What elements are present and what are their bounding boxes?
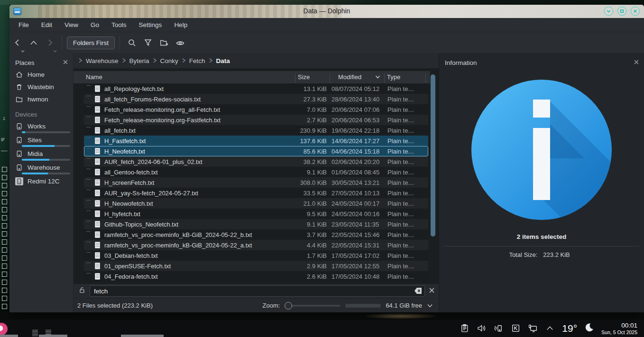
breadcrumb-item-data[interactable]: Data — [216, 57, 230, 64]
free-space-chevron-icon[interactable] — [427, 301, 433, 310]
phone-icon — [15, 177, 23, 185]
volume-icon[interactable] — [477, 323, 487, 333]
menu-item-tools[interactable]: Tools — [105, 18, 133, 32]
expand-tray-icon[interactable] — [545, 323, 555, 333]
text-file-icon — [95, 242, 100, 248]
menu-item-view[interactable]: View — [58, 18, 84, 32]
column-type[interactable]: Type — [387, 73, 400, 81]
menu-item-help[interactable]: Help — [168, 18, 193, 32]
conky-divider — [1, 151, 8, 151]
file-row[interactable]: all_fetch_Forums-Redes-sociais.txt27.3 K… — [84, 94, 428, 104]
file-row[interactable]: Fetch_release-monitoring.org-Fastfetch.t… — [84, 115, 428, 125]
desktop-conky-strip: 1 gr — [0, 5, 9, 312]
breadcrumb-item-byteria[interactable]: Byteria — [129, 57, 149, 64]
breadcrumb-chevron-icon — [182, 56, 186, 65]
file-modified: 17/05/2024 10:48 — [331, 273, 379, 280]
menu-item-edit[interactable]: Edit — [35, 18, 58, 32]
clipboard-icon[interactable] — [460, 323, 469, 333]
device-item-midia[interactable]: Midia — [9, 149, 73, 161]
filter-input[interactable] — [90, 285, 425, 297]
menu-item-settings[interactable]: Settings — [133, 18, 168, 32]
preview-icon[interactable] — [172, 35, 188, 50]
file-row[interactable]: H_Neowofetch.txt21.0 KiB24/05/2024 00:17… — [84, 198, 428, 209]
zoom-slider[interactable] — [285, 302, 340, 310]
information-title: Information — [445, 59, 477, 66]
column-size[interactable]: Size — [298, 73, 310, 81]
place-item-wastebin[interactable]: Wastebin — [9, 81, 73, 93]
breadcrumb-item-conky[interactable]: Conky — [160, 57, 178, 64]
file-row[interactable]: 03_Debian-fetch.txt1.7 KiB17/05/2024 17:… — [84, 250, 428, 261]
file-row[interactable]: H_hyfetch.txt9.5 KiB24/05/2024 00:16Plai… — [84, 209, 428, 219]
search-icon[interactable] — [124, 35, 140, 50]
clock-widget[interactable]: 00:01 Sun, 5 Oct 2025 — [601, 322, 639, 335]
device-usage-fill — [22, 131, 25, 133]
file-type: Plain te… — [387, 127, 422, 134]
file-size: 13.1 KiB — [265, 85, 327, 92]
total-size-label: Total Size: — [439, 251, 537, 258]
close-filter-icon[interactable] — [429, 287, 435, 295]
place-item-home[interactable]: Home — [9, 68, 73, 81]
file-row[interactable]: ramfetch_vs_proc-meminfo_kB-GiB_2024-05-… — [84, 240, 428, 250]
conky-meter-box — [2, 255, 7, 261]
night-color-icon[interactable] — [584, 322, 594, 334]
conky-meter-box — [2, 280, 7, 285]
file-modified: 08/07/2024 05:12 — [331, 85, 379, 92]
file-row[interactable]: AUR_fetch_2024-06-01_plus_02.txt38.2 KiB… — [84, 156, 428, 167]
file-row[interactable]: all_Repology-fetch.txt13.1 KiB08/07/2024… — [84, 83, 428, 94]
kdeconnect-icon[interactable] — [494, 323, 504, 333]
file-row[interactable]: Fetch_release-monitoring.org_all-Fetch.t… — [84, 104, 428, 115]
text-file-icon — [95, 200, 100, 207]
new-folder-icon[interactable] — [156, 35, 172, 50]
file-modified: 24/05/2024 00:16 — [331, 210, 379, 218]
close-button[interactable] — [631, 7, 640, 16]
device-item-sites[interactable]: Sites — [9, 135, 73, 147]
tree-branch — [86, 137, 91, 138]
clear-filter-icon[interactable] — [414, 287, 422, 296]
conky-meter-box — [2, 167, 7, 172]
menu-item-go[interactable]: Go — [84, 18, 105, 32]
file-row[interactable]: Github-Topics_Neofetch.txt9.1 KiB23/05/2… — [84, 219, 428, 229]
display-connect-icon[interactable] — [528, 323, 538, 333]
column-name[interactable]: Name — [86, 73, 102, 81]
back-icon[interactable] — [9, 35, 26, 50]
device-item-works[interactable]: Works — [9, 121, 73, 133]
file-row[interactable]: 04_Fedora-fetch.txt2.6 KiB17/05/2024 10:… — [84, 271, 428, 282]
tree-branch — [86, 179, 91, 180]
scrollbar-thumb[interactable] — [431, 74, 435, 237]
device-item-redmi-12c[interactable]: Redmi 12C — [9, 176, 73, 186]
file-row[interactable]: all_fetch.txt230.9 KiB19/06/2024 22:18Pl… — [84, 125, 428, 136]
information-close-icon[interactable] — [634, 58, 639, 67]
menu-item-file[interactable]: File — [12, 18, 35, 32]
file-modified: 19/06/2024 22:18 — [331, 127, 379, 134]
file-row[interactable]: ramfetch_vs_proc-meminfo_kB-GiB_2024-05-… — [84, 229, 428, 240]
file-row[interactable]: H_screenFetch.txt308.0 KiB30/05/2024 13:… — [84, 177, 428, 188]
file-row[interactable]: 01_openSUSE-Fetch.txt2.9 KiB17/05/2024 1… — [84, 261, 428, 271]
file-size: 9.5 KiB — [265, 210, 327, 218]
temperature-widget[interactable]: 19° — [562, 323, 577, 334]
up-icon[interactable] — [26, 35, 42, 50]
conky-meter-box — [2, 247, 7, 253]
breadcrumb: WarehouseByteriaConkyFetchData — [74, 53, 439, 68]
file-row[interactable]: H_Fastfetch.txt137.6 KiB14/06/2024 17:27… — [84, 136, 428, 146]
filter-icon[interactable] — [140, 35, 156, 50]
zoom-slider-handle[interactable] — [285, 302, 292, 310]
forward-icon[interactable] — [42, 35, 58, 50]
breadcrumb-item-warehouse[interactable]: Warehouse — [86, 57, 119, 64]
text-file-icon — [95, 179, 100, 186]
file-row[interactable]: AUR_yay-Ss-fetch_2024-05-27.txt33.5 KiB2… — [84, 188, 428, 198]
k-app-icon[interactable] — [511, 323, 521, 333]
maximize-button[interactable] — [617, 7, 626, 16]
file-row[interactable]: all_Gentoo-fetch.txt9.1 KiB01/06/2024 08… — [84, 167, 428, 177]
titlebar[interactable]: Data — Dolphin — [9, 5, 644, 18]
place-label: Wastebin — [28, 83, 54, 91]
minimize-button[interactable] — [604, 7, 613, 16]
conky-meter-box — [2, 191, 7, 196]
file-row[interactable]: H_Neofetch,txt85.6 KiB04/06/2024 15:18Pl… — [84, 146, 428, 156]
sort-mode-button[interactable]: Folders First — [67, 36, 115, 49]
device-item-warehouse[interactable]: Warehouse — [9, 163, 73, 174]
places-close-icon[interactable] — [63, 58, 68, 67]
place-item-hwmon[interactable]: hwmon — [9, 93, 73, 105]
column-modified[interactable]: Modified — [338, 73, 361, 81]
lock-icon[interactable] — [78, 286, 86, 296]
breadcrumb-item-fetch[interactable]: Fetch — [189, 57, 205, 64]
